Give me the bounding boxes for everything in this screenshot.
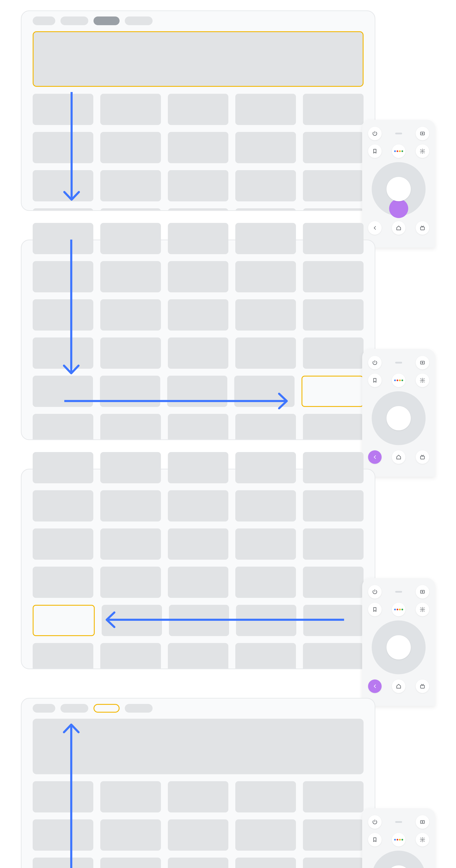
content-card[interactable]: [234, 376, 294, 407]
content-card[interactable]: [303, 490, 364, 522]
remote-settings-btn[interactable]: [416, 603, 429, 616]
content-card[interactable]: [168, 170, 229, 202]
content-card[interactable]: [33, 299, 93, 331]
remote-assistant-btn[interactable]: [392, 603, 405, 616]
content-card[interactable]: [102, 605, 162, 636]
remote-power-btn[interactable]: [368, 815, 381, 829]
content-card[interactable]: [168, 781, 229, 812]
tab-item-focused[interactable]: [93, 704, 119, 713]
content-card[interactable]: [303, 643, 364, 669]
content-card[interactable]: [100, 376, 160, 407]
content-card[interactable]: [33, 528, 93, 560]
content-card[interactable]: [235, 858, 296, 868]
content-card[interactable]: [168, 567, 229, 598]
tab-item[interactable]: [125, 704, 152, 713]
remote-bookmark-btn[interactable]: [368, 374, 381, 387]
content-card-focused[interactable]: [302, 376, 364, 407]
tab-item[interactable]: [33, 704, 55, 713]
content-card[interactable]: [33, 132, 93, 163]
content-card[interactable]: [100, 261, 161, 292]
content-card[interactable]: [100, 132, 161, 163]
content-card[interactable]: [33, 819, 93, 850]
tab-item-active[interactable]: [93, 17, 119, 25]
remote-dpad[interactable]: [372, 162, 426, 216]
remote-bookmark-btn[interactable]: [368, 145, 381, 158]
remote-input-btn[interactable]: [416, 127, 429, 140]
content-card[interactable]: [100, 170, 161, 202]
content-card[interactable]: [235, 338, 296, 369]
remote-settings-btn[interactable]: [416, 374, 429, 387]
remote-dpad-select[interactable]: [387, 406, 411, 430]
content-card[interactable]: [303, 94, 364, 125]
content-card[interactable]: [167, 376, 227, 407]
content-card[interactable]: [100, 414, 161, 439]
content-card[interactable]: [100, 223, 161, 254]
content-card[interactable]: [33, 261, 93, 292]
content-card[interactable]: [235, 261, 296, 292]
remote-input-btn[interactable]: [416, 815, 429, 829]
tab-item[interactable]: [60, 17, 88, 25]
content-card[interactable]: [100, 643, 161, 669]
content-card[interactable]: [33, 338, 93, 369]
content-card[interactable]: [33, 567, 93, 598]
content-card[interactable]: [33, 643, 93, 669]
content-card[interactable]: [235, 414, 296, 439]
remote-settings-btn[interactable]: [416, 145, 429, 158]
content-card[interactable]: [33, 452, 93, 483]
remote-dpad-select[interactable]: [387, 177, 411, 201]
remote-dpad-down-highlight[interactable]: [389, 199, 408, 218]
content-card[interactable]: [303, 781, 364, 812]
remote-settings-btn[interactable]: [416, 833, 429, 846]
content-card[interactable]: [235, 819, 296, 850]
content-card-focused[interactable]: [33, 605, 95, 636]
content-card[interactable]: [303, 261, 364, 292]
content-card[interactable]: [33, 94, 93, 125]
remote-power-btn[interactable]: [368, 585, 381, 598]
remote-dpad[interactable]: [372, 850, 426, 868]
content-card[interactable]: [168, 643, 229, 669]
content-card[interactable]: [235, 567, 296, 598]
content-card[interactable]: [303, 208, 364, 210]
content-card[interactable]: [168, 528, 229, 560]
content-card[interactable]: [168, 819, 229, 850]
content-card[interactable]: [168, 858, 229, 868]
content-card[interactable]: [100, 567, 161, 598]
remote-power-btn[interactable]: [368, 356, 381, 369]
content-card[interactable]: [168, 414, 229, 439]
content-card[interactable]: [303, 132, 364, 163]
content-card[interactable]: [33, 376, 93, 407]
remote-assistant-btn[interactable]: [392, 833, 405, 846]
remote-back-btn-highlight[interactable]: [368, 679, 381, 693]
content-card[interactable]: [303, 338, 364, 369]
remote-dpad[interactable]: [372, 620, 426, 674]
content-card[interactable]: [303, 858, 364, 868]
content-card[interactable]: [100, 452, 161, 483]
hero-card-focused[interactable]: [33, 31, 364, 87]
content-card[interactable]: [235, 643, 296, 669]
content-card[interactable]: [236, 605, 296, 636]
content-card[interactable]: [235, 223, 296, 254]
content-card[interactable]: [33, 170, 93, 202]
content-card[interactable]: [168, 94, 229, 125]
content-card[interactable]: [168, 132, 229, 163]
content-card[interactable]: [169, 605, 229, 636]
remote-back-btn[interactable]: [368, 221, 381, 235]
content-card[interactable]: [33, 414, 93, 439]
content-card[interactable]: [303, 567, 364, 598]
content-card[interactable]: [303, 223, 364, 254]
content-card[interactable]: [33, 490, 93, 522]
content-card[interactable]: [235, 94, 296, 125]
remote-assistant-btn[interactable]: [392, 145, 405, 158]
content-card[interactable]: [100, 338, 161, 369]
content-card[interactable]: [303, 452, 364, 483]
content-card[interactable]: [33, 781, 93, 812]
content-card[interactable]: [33, 208, 93, 210]
content-card[interactable]: [303, 819, 364, 850]
content-card[interactable]: [303, 605, 364, 636]
content-card[interactable]: [168, 452, 229, 483]
content-card[interactable]: [168, 208, 229, 210]
content-card[interactable]: [33, 858, 93, 868]
remote-home-btn[interactable]: [392, 679, 405, 693]
content-card[interactable]: [168, 490, 229, 522]
remote-home-btn[interactable]: [392, 450, 405, 464]
